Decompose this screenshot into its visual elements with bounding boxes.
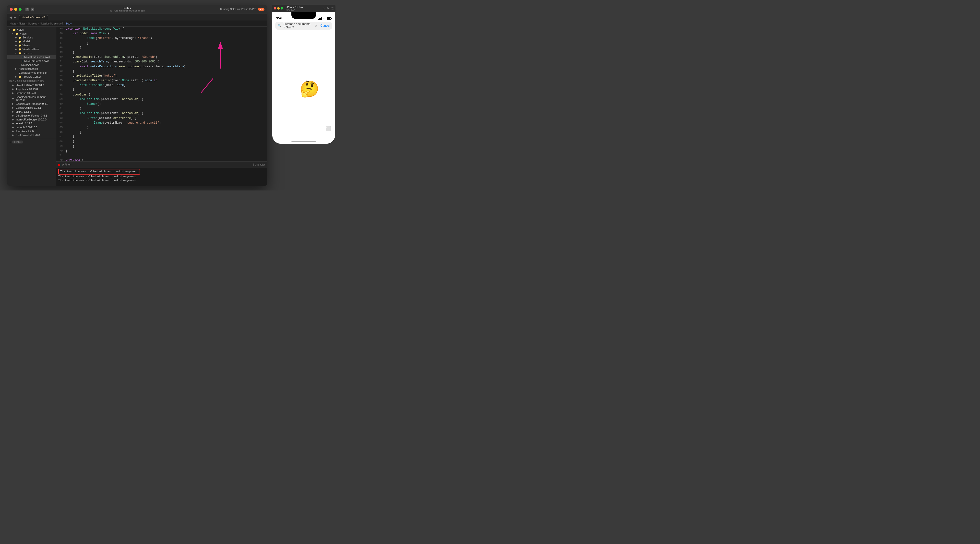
screenshot-icon[interactable]: ⊙ xyxy=(326,6,329,10)
sidebar-item-model[interactable]: ▶ 📁 Model xyxy=(7,40,56,43)
breadcrumb-notes2[interactable]: Notes xyxy=(19,22,25,25)
sidebar-item-appcheck[interactable]: ▶ AppCheck 10.19.0 xyxy=(7,87,56,91)
breadcrumb-symbol[interactable]: body xyxy=(66,22,72,25)
sidebar-label: gRPC 1.62.2 xyxy=(16,110,31,113)
folder-icon: 📁 xyxy=(13,29,16,31)
sidebar-label: Assets.xcassets xyxy=(19,67,38,70)
code-line: 46 Label("Delete", systemImage: "trash") xyxy=(56,36,267,41)
sidebar-label: NotesListScreen.swift xyxy=(24,56,50,59)
sidebar-item-plist[interactable]: GoogleService-Info.plist xyxy=(7,71,56,75)
folder-icon: 📁 xyxy=(19,75,22,78)
sidebar-label: GTMSessionFetcher 3.4.1 xyxy=(16,114,47,117)
breadcrumb-file[interactable]: NotesListScreen.swift xyxy=(40,22,64,25)
code-line: 66 } xyxy=(56,130,267,135)
sidebar-item-noteslistscreen[interactable]: S NotesListScreen.swift xyxy=(7,55,56,59)
bottom-toolbar: ⊕ Filter 1 character xyxy=(56,162,267,168)
sidebar-label: NotesApp.swift xyxy=(21,64,39,66)
sidebar-item-screens[interactable]: ▾ 📁 Screens xyxy=(7,51,56,55)
iphone-time: 9:41 xyxy=(276,16,283,20)
error-highlight: The function was called with an invalid … xyxy=(58,169,140,175)
run-status: Running Notes on iPhone 15 Pro xyxy=(220,8,256,11)
iphone-search-bar[interactable]: 🔍 Firestone documents in Swift? ✕ Cancel xyxy=(275,22,332,30)
package-deps-label: Package Dependencies xyxy=(7,79,56,83)
search-cancel-button[interactable]: Cancel xyxy=(321,24,329,27)
sidebar-item-googledatatransport[interactable]: ▶ GoogleDataTransport 9.4.0 xyxy=(7,102,56,106)
back-button[interactable]: ◀ xyxy=(9,16,13,19)
sidebar-item-viewmodifiers[interactable]: ▶ 📁 ViewModifiers xyxy=(7,47,56,51)
sidebar-toggle-icon[interactable]: ☰ xyxy=(25,8,29,11)
sidebar-label: Model xyxy=(22,40,30,43)
sidebar-item-notes-root[interactable]: ▾ 📁 Notes xyxy=(7,28,56,32)
sidebar-label: leveldb 1.22.5 xyxy=(16,122,33,125)
home-icon[interactable]: ⌂ xyxy=(323,6,325,10)
console-output: The function was called with an invalid … xyxy=(56,168,267,186)
sidebar-item-assets[interactable]: ▶ Assets.xcassets xyxy=(7,67,56,71)
title-bar-right: Running Notes on iPhone 15 Pro ▲ 2 xyxy=(220,8,264,11)
chevron-icon: ▶ xyxy=(15,48,18,51)
sidebar-item-abseil[interactable]: ▶ abseil 1.20240116601.1 xyxy=(7,83,56,87)
folder-icon: 📁 xyxy=(19,44,22,47)
iphone-status-bar: 9:41 ▲ xyxy=(272,12,335,21)
sidebar-bottom: + ⊕ Filter xyxy=(7,138,56,145)
folder-icon: 📁 xyxy=(16,32,19,35)
xcode-window: ☰ ▶ Notes #1 - Add 'Notes for iOS' sampl… xyxy=(7,5,267,186)
sidebar-item-swiftprotobuf[interactable]: ▶ SwiftProtobuf 1.26.0 xyxy=(7,133,56,137)
iphone-close-button[interactable] xyxy=(274,7,276,10)
close-button[interactable] xyxy=(10,8,13,11)
code-line: 71 xyxy=(56,154,267,158)
chevron-icon: ▶ xyxy=(15,68,18,70)
chevron-icon: ▶ xyxy=(12,92,15,94)
iphone-minimize-button[interactable] xyxy=(277,7,280,10)
sidebar-label: Screens xyxy=(22,52,32,55)
sidebar-item-googleutilities[interactable]: ▶ GoogleUtilities 7.13.1 xyxy=(7,106,56,110)
sidebar-item-notesapp[interactable]: S NotesApp.swift xyxy=(7,63,56,67)
iphone-status-icons: ▲ xyxy=(318,17,331,20)
chevron-icon: ▶ xyxy=(12,118,15,121)
sidebar-label: nanopb 2.30910.0 xyxy=(16,126,37,129)
sidebar-item-googleappmeasurement[interactable]: ▶ GoogleAppMeasurement 10.24.0 xyxy=(7,95,56,102)
compose-button[interactable]: ⬜ xyxy=(326,126,331,132)
sidebar-item-services[interactable]: ▶ 📁 Services xyxy=(7,35,56,40)
filter-label: ⊕ Filter xyxy=(62,163,71,166)
sidebar-item-firebase[interactable]: ▶ Firebase 10.24.0 xyxy=(7,91,56,95)
sidebar-label: InteropForGoogle 100.0.0 xyxy=(16,118,46,121)
search-clear-button[interactable]: ✕ xyxy=(315,24,318,28)
active-tab[interactable]: NotesListScreen.swift xyxy=(19,15,48,19)
sidebar-item-notes-child[interactable]: ▾ 📁 Notes xyxy=(7,32,56,35)
iphone-maximize-button[interactable] xyxy=(281,7,283,10)
sidebar-item-promises[interactable]: ▶ Promises 2.4.0 xyxy=(7,129,56,133)
chevron-icon: ▶ xyxy=(12,122,15,125)
code-line: 64 Image(systemName: "square.and.pencil"… xyxy=(56,121,267,126)
forward-button[interactable]: ▶ xyxy=(13,16,17,19)
code-line: 62 ToolbarItem(placement: .bottomBar) { xyxy=(56,111,267,116)
main-container: ☰ ▶ Notes #1 - Add 'Notes for iOS' sampl… xyxy=(7,5,336,186)
code-content[interactable]: 35 extension NotesListScreen: View { 36 … xyxy=(56,27,267,161)
sidebar-item-preview[interactable]: ▶ 📁 Preview Content xyxy=(7,75,56,79)
minimize-button[interactable] xyxy=(14,8,17,11)
breadcrumb-screens[interactable]: Screens xyxy=(28,22,37,25)
sidebar-item-grpc[interactable]: ▶ gRPC 1.62.2 xyxy=(7,110,56,114)
sidebar-label: abseil 1.20240116601.1 xyxy=(16,84,45,87)
breadcrumb-notes1[interactable]: Notes xyxy=(10,22,16,25)
error-indicator xyxy=(58,164,60,166)
filter-indicator[interactable]: ⊕ Filter xyxy=(12,140,23,143)
title-bar: ☰ ▶ Notes #1 - Add 'Notes for iOS' sampl… xyxy=(7,5,267,14)
sidebar-label: SwiftProtobuf 1.26.0 xyxy=(16,134,40,137)
code-line: 50 .searchable(text: $searchTerm, prompt… xyxy=(56,55,267,59)
code-line: 52 await notesRepository.semanticSearch(… xyxy=(56,64,267,69)
folder-icon: 📁 xyxy=(19,36,22,39)
code-line: 58 .toolbar { xyxy=(56,92,267,97)
sidebar-item-interopforgoogle[interactable]: ▶ InteropForGoogle 100.0.0 xyxy=(7,118,56,121)
sidebar-item-noteeditscreen[interactable]: S NoteEditScreen.swift xyxy=(7,59,56,63)
sidebar-item-leveldb[interactable]: ▶ leveldb 1.22.5 xyxy=(7,121,56,126)
sidebar-item-gtmsessionfetcher[interactable]: ▶ GTMSessionFetcher 3.4.1 xyxy=(7,114,56,118)
run-button[interactable]: ▶ xyxy=(31,8,34,11)
sidebar-item-nanopb[interactable]: ▶ nanopb 2.30910.0 xyxy=(7,126,56,129)
editor-area: ▾ 📁 Notes ▾ 📁 Notes ▶ 📁 Services ▶ 📁 xyxy=(7,27,267,186)
maximize-button[interactable] xyxy=(19,8,22,11)
code-line: 53 } xyxy=(56,69,267,74)
rotate-icon[interactable]: ⬚ xyxy=(331,6,334,10)
sidebar-label: Preview Content xyxy=(22,75,42,78)
sidebar-item-views[interactable]: ▶ 📁 Views xyxy=(7,43,56,47)
add-button[interactable]: + xyxy=(9,140,11,143)
